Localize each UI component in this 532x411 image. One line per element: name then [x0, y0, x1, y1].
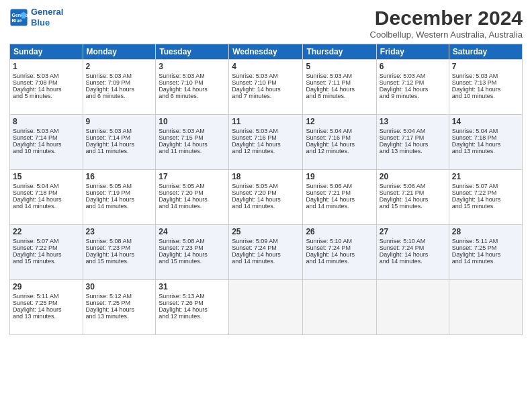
- daylight-label: Daylight: 14 hours: [380, 86, 446, 93]
- table-row: 14Sunrise: 5:04 AMSunset: 7:18 PMDayligh…: [449, 115, 522, 170]
- sunset-text: Sunset: 7:24 PM: [232, 244, 300, 251]
- daylight-label: Daylight: 14 hours: [380, 251, 446, 258]
- daylight-label: Daylight: 14 hours: [13, 141, 80, 148]
- day-number: 17: [159, 172, 226, 181]
- day-number: 27: [380, 227, 446, 236]
- table-row: 12Sunrise: 5:04 AMSunset: 7:16 PMDayligh…: [303, 115, 376, 170]
- table-row: 6Sunrise: 5:03 AMSunset: 7:12 PMDaylight…: [376, 60, 449, 115]
- daylight-label: Daylight: 14 hours: [13, 251, 80, 258]
- table-row: 17Sunrise: 5:05 AMSunset: 7:20 PMDayligh…: [156, 170, 229, 225]
- location-subtitle: Coolbellup, Western Australia, Australia: [370, 30, 523, 40]
- sunrise-text: Sunrise: 5:10 AM: [380, 238, 446, 244]
- logo-icon: General Blue: [9, 8, 28, 27]
- day-number: 22: [13, 227, 80, 236]
- sunset-text: Sunset: 7:23 PM: [159, 244, 226, 251]
- calendar-table: Sunday Monday Tuesday Wednesday Thursday…: [9, 44, 523, 335]
- daylight-minutes: and 12 minutes.: [232, 148, 300, 154]
- day-number: 29: [13, 282, 80, 291]
- daylight-minutes: and 14 minutes.: [232, 258, 300, 265]
- sunrise-text: Sunrise: 5:12 AM: [86, 293, 153, 300]
- sunrise-text: Sunrise: 5:03 AM: [86, 73, 153, 79]
- header: General Blue General Blue December 2024 …: [9, 7, 523, 40]
- daylight-label: Daylight: 14 hours: [452, 196, 519, 203]
- sunset-text: Sunset: 7:09 PM: [86, 79, 153, 86]
- calendar-week-row: 29Sunrise: 5:11 AMSunset: 7:25 PMDayligh…: [10, 280, 523, 335]
- col-saturday: Saturday: [449, 44, 522, 60]
- daylight-minutes: and 8 minutes.: [306, 93, 373, 99]
- table-row: 31Sunrise: 5:13 AMSunset: 7:26 PMDayligh…: [156, 280, 229, 335]
- sunrise-text: Sunrise: 5:06 AM: [306, 183, 373, 189]
- day-number: 13: [380, 117, 446, 126]
- calendar-week-row: 22Sunrise: 5:07 AMSunset: 7:22 PMDayligh…: [10, 225, 523, 280]
- sunrise-text: Sunrise: 5:09 AM: [232, 238, 300, 244]
- col-wednesday: Wednesday: [229, 44, 303, 60]
- daylight-label: Daylight: 14 hours: [86, 86, 153, 93]
- table-row: 13Sunrise: 5:04 AMSunset: 7:17 PMDayligh…: [376, 115, 449, 170]
- table-row: 19Sunrise: 5:06 AMSunset: 7:21 PMDayligh…: [303, 170, 376, 225]
- calendar-week-row: 15Sunrise: 5:04 AMSunset: 7:18 PMDayligh…: [10, 170, 523, 225]
- daylight-minutes: and 14 minutes.: [159, 203, 226, 210]
- day-number: 24: [159, 227, 226, 236]
- daylight-minutes: and 14 minutes.: [452, 258, 519, 265]
- sunrise-text: Sunrise: 5:11 AM: [452, 238, 519, 244]
- table-row: 1Sunrise: 5:03 AMSunset: 7:08 PMDaylight…: [10, 60, 83, 115]
- sunset-text: Sunset: 7:22 PM: [13, 244, 80, 251]
- daylight-minutes: and 6 minutes.: [159, 93, 226, 99]
- sunrise-text: Sunrise: 5:04 AM: [380, 128, 446, 134]
- sunrise-text: Sunrise: 5:10 AM: [306, 238, 373, 244]
- daylight-label: Daylight: 14 hours: [452, 86, 519, 93]
- daylight-minutes: and 13 minutes.: [380, 148, 446, 154]
- sunset-text: Sunset: 7:14 PM: [13, 134, 80, 141]
- sunrise-text: Sunrise: 5:03 AM: [452, 73, 519, 79]
- table-row: 29Sunrise: 5:11 AMSunset: 7:25 PMDayligh…: [10, 280, 83, 335]
- sunset-text: Sunset: 7:20 PM: [159, 189, 226, 196]
- sunrise-text: Sunrise: 5:03 AM: [380, 73, 446, 79]
- day-number: 10: [159, 117, 226, 126]
- daylight-label: Daylight: 14 hours: [159, 86, 226, 93]
- day-number: 12: [306, 117, 373, 126]
- table-row: 26Sunrise: 5:10 AMSunset: 7:24 PMDayligh…: [303, 225, 376, 280]
- sunset-text: Sunset: 7:21 PM: [380, 189, 446, 196]
- daylight-minutes: and 13 minutes.: [86, 313, 153, 320]
- day-number: 28: [452, 227, 519, 236]
- month-title: December 2024: [370, 7, 523, 30]
- sunset-text: Sunset: 7:17 PM: [380, 134, 446, 141]
- page: General Blue General Blue December 2024 …: [0, 0, 532, 411]
- table-row: 16Sunrise: 5:05 AMSunset: 7:19 PMDayligh…: [83, 170, 156, 225]
- daylight-label: Daylight: 14 hours: [159, 251, 226, 258]
- daylight-minutes: and 15 minutes.: [380, 203, 446, 210]
- daylight-minutes: and 15 minutes.: [86, 258, 153, 265]
- col-thursday: Thursday: [303, 44, 376, 60]
- table-row: 15Sunrise: 5:04 AMSunset: 7:18 PMDayligh…: [10, 170, 83, 225]
- col-tuesday: Tuesday: [156, 44, 229, 60]
- table-row: 28Sunrise: 5:11 AMSunset: 7:25 PMDayligh…: [449, 225, 522, 280]
- table-row: 24Sunrise: 5:08 AMSunset: 7:23 PMDayligh…: [156, 225, 229, 280]
- sunset-text: Sunset: 7:12 PM: [380, 79, 446, 86]
- daylight-label: Daylight: 14 hours: [13, 86, 80, 93]
- daylight-minutes: and 14 minutes.: [306, 258, 373, 265]
- daylight-minutes: and 14 minutes.: [13, 203, 80, 210]
- day-number: 11: [232, 117, 300, 126]
- sunset-text: Sunset: 7:25 PM: [86, 300, 153, 306]
- sunrise-text: Sunrise: 5:13 AM: [159, 293, 226, 300]
- day-number: 9: [86, 117, 153, 126]
- table-row: 25Sunrise: 5:09 AMSunset: 7:24 PMDayligh…: [229, 225, 303, 280]
- sunset-text: Sunset: 7:10 PM: [232, 79, 300, 86]
- daylight-minutes: and 14 minutes.: [306, 203, 373, 210]
- sunset-text: Sunset: 7:25 PM: [452, 244, 519, 251]
- daylight-minutes: and 13 minutes.: [452, 148, 519, 154]
- sunrise-text: Sunrise: 5:05 AM: [232, 183, 300, 189]
- sunrise-text: Sunrise: 5:05 AM: [86, 183, 153, 189]
- day-number: 16: [86, 172, 153, 181]
- day-number: 3: [159, 62, 226, 71]
- daylight-minutes: and 15 minutes.: [159, 258, 226, 265]
- table-row: 23Sunrise: 5:08 AMSunset: 7:23 PMDayligh…: [83, 225, 156, 280]
- daylight-minutes: and 15 minutes.: [452, 203, 519, 210]
- daylight-label: Daylight: 14 hours: [86, 251, 153, 258]
- sunset-text: Sunset: 7:26 PM: [159, 300, 226, 306]
- sunset-text: Sunset: 7:15 PM: [159, 134, 226, 141]
- daylight-label: Daylight: 14 hours: [306, 196, 373, 203]
- table-row: 22Sunrise: 5:07 AMSunset: 7:22 PMDayligh…: [10, 225, 83, 280]
- sunset-text: Sunset: 7:10 PM: [159, 79, 226, 86]
- day-number: 2: [86, 62, 153, 71]
